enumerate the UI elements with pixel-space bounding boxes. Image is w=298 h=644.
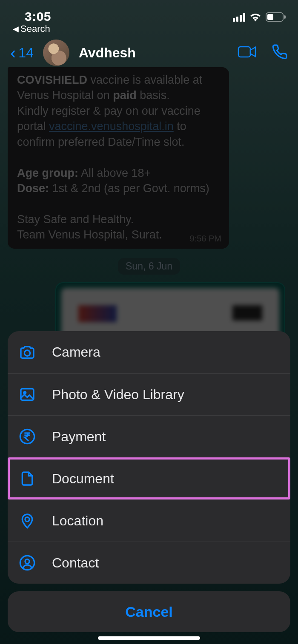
sheet-item-location[interactable]: Location — [8, 499, 290, 542]
sheet-item-contact[interactable]: Contact — [8, 542, 290, 584]
svg-rect-2 — [284, 15, 286, 19]
svg-point-6 — [24, 392, 26, 394]
chevron-left-icon: ‹ — [10, 44, 16, 61]
back-triangle-icon: ◀ — [13, 24, 19, 34]
sheet-item-photo-library[interactable]: Photo & Video Library — [8, 373, 290, 415]
svg-rect-3 — [238, 47, 250, 57]
chat-header: ‹ 14 Avdhesh — [0, 38, 298, 67]
video-call-button[interactable] — [238, 45, 257, 60]
contact-name[interactable]: Avdhesh — [79, 45, 136, 61]
sheet-item-label: Payment — [52, 429, 106, 445]
contact-icon — [18, 553, 37, 572]
sheet-item-label: Contact — [52, 555, 99, 571]
camera-icon — [18, 343, 37, 362]
status-icons — [233, 9, 286, 22]
document-icon — [18, 469, 37, 488]
sheet-item-payment[interactable]: Payment — [8, 415, 290, 457]
sheet-item-document[interactable]: Document — [8, 457, 290, 499]
battery-icon — [266, 12, 286, 22]
photo-icon — [18, 385, 37, 404]
wifi-icon — [249, 12, 261, 22]
back-app-label: Search — [20, 23, 50, 34]
sheet-item-label: Location — [52, 513, 103, 529]
sheet-item-camera[interactable]: Camera — [8, 331, 290, 373]
back-button[interactable]: ‹ 14 — [10, 44, 34, 61]
avatar[interactable] — [43, 40, 69, 66]
sheet-item-label: Document — [52, 471, 114, 487]
back-to-app[interactable]: ◀ Search — [13, 23, 50, 34]
svg-point-10 — [25, 559, 29, 564]
svg-point-4 — [24, 350, 30, 356]
cellular-icon — [233, 12, 245, 22]
cancel-button[interactable]: Cancel — [8, 591, 290, 632]
svg-point-8 — [25, 517, 29, 522]
sheet-item-label: Camera — [52, 344, 100, 360]
home-indicator[interactable] — [98, 636, 200, 640]
back-count: 14 — [18, 45, 34, 61]
svg-rect-1 — [267, 14, 273, 20]
cancel-label: Cancel — [125, 604, 173, 620]
voice-call-button[interactable] — [272, 44, 288, 62]
location-icon — [18, 511, 37, 530]
sheet-item-label: Photo & Video Library — [52, 387, 184, 403]
attachment-action-sheet: Camera Photo & Video Library Payment Doc… — [8, 331, 290, 632]
rupee-icon — [18, 427, 37, 446]
status-time: 3:05 — [25, 9, 51, 24]
